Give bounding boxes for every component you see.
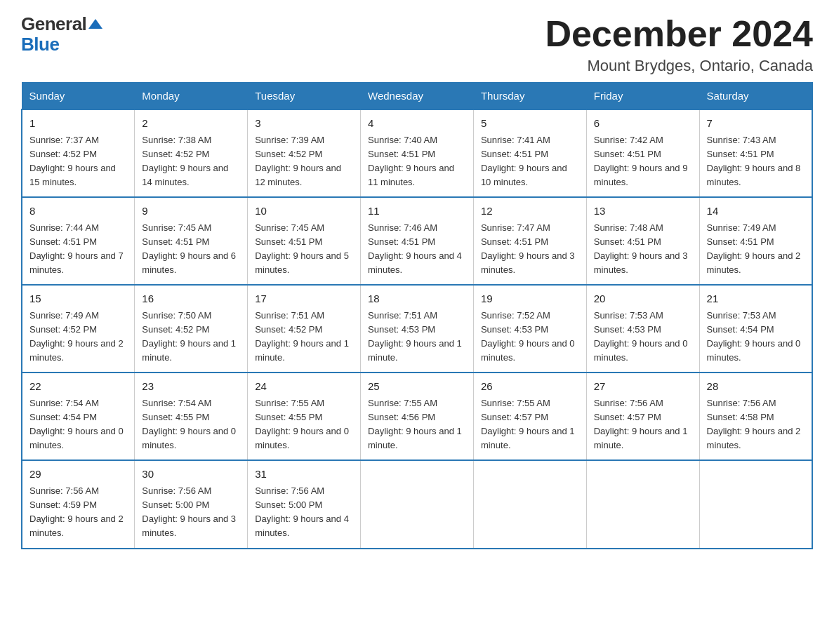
table-row: 13Sunrise: 7:48 AMSunset: 4:51 PMDayligh… xyxy=(586,197,699,285)
day-number: 8 xyxy=(29,203,127,220)
table-row: 28Sunrise: 7:56 AMSunset: 4:58 PMDayligh… xyxy=(699,373,812,460)
table-row: 31Sunrise: 7:56 AMSunset: 5:00 PMDayligh… xyxy=(248,460,361,548)
day-number: 18 xyxy=(368,291,466,307)
table-row: 29Sunrise: 7:56 AMSunset: 4:59 PMDayligh… xyxy=(22,460,135,548)
day-info: Sunrise: 7:50 AMSunset: 4:52 PMDaylight:… xyxy=(142,309,240,365)
table-row: 26Sunrise: 7:55 AMSunset: 4:57 PMDayligh… xyxy=(473,373,586,460)
day-number: 26 xyxy=(481,379,579,395)
table-row: 11Sunrise: 7:46 AMSunset: 4:51 PMDayligh… xyxy=(361,197,474,285)
table-row: 7Sunrise: 7:43 AMSunset: 4:51 PMDaylight… xyxy=(699,109,812,197)
day-number: 24 xyxy=(255,379,353,395)
logo-line2: Blue xyxy=(21,34,59,55)
day-number: 6 xyxy=(594,116,692,132)
day-number: 28 xyxy=(707,379,805,395)
logo: GeneralBlue xyxy=(21,14,102,54)
day-info: Sunrise: 7:37 AMSunset: 4:52 PMDaylight:… xyxy=(29,133,127,190)
day-number: 10 xyxy=(255,203,353,220)
calendar-week-row: 29Sunrise: 7:56 AMSunset: 4:59 PMDayligh… xyxy=(22,460,812,548)
table-row: 24Sunrise: 7:55 AMSunset: 4:55 PMDayligh… xyxy=(248,373,361,460)
day-number: 20 xyxy=(594,291,692,307)
calendar-week-row: 15Sunrise: 7:49 AMSunset: 4:52 PMDayligh… xyxy=(22,285,812,373)
table-row xyxy=(586,460,699,548)
day-number: 29 xyxy=(29,467,127,483)
table-row: 19Sunrise: 7:52 AMSunset: 4:53 PMDayligh… xyxy=(473,285,586,373)
day-number: 21 xyxy=(707,291,805,307)
day-info: Sunrise: 7:38 AMSunset: 4:52 PMDaylight:… xyxy=(142,133,240,190)
day-info: Sunrise: 7:56 AMSunset: 4:58 PMDaylight:… xyxy=(707,396,805,453)
col-saturday: Saturday xyxy=(699,83,812,110)
day-number: 12 xyxy=(481,203,579,220)
table-row: 21Sunrise: 7:53 AMSunset: 4:54 PMDayligh… xyxy=(699,285,812,373)
day-number: 16 xyxy=(142,291,240,307)
logo-line1: General xyxy=(21,14,102,34)
table-row: 15Sunrise: 7:49 AMSunset: 4:52 PMDayligh… xyxy=(22,285,135,373)
day-info: Sunrise: 7:49 AMSunset: 4:51 PMDaylight:… xyxy=(707,221,805,278)
day-number: 4 xyxy=(368,116,466,132)
title-block: December 2024 Mount Brydges, Ontario, Ca… xyxy=(545,14,813,75)
table-row: 22Sunrise: 7:54 AMSunset: 4:54 PMDayligh… xyxy=(22,373,135,460)
day-info: Sunrise: 7:51 AMSunset: 4:52 PMDaylight:… xyxy=(255,309,353,365)
day-info: Sunrise: 7:45 AMSunset: 4:51 PMDaylight:… xyxy=(255,221,353,278)
table-row: 1Sunrise: 7:37 AMSunset: 4:52 PMDaylight… xyxy=(22,109,135,197)
calendar-week-row: 1Sunrise: 7:37 AMSunset: 4:52 PMDaylight… xyxy=(22,109,812,197)
day-info: Sunrise: 7:53 AMSunset: 4:53 PMDaylight:… xyxy=(594,309,692,365)
day-info: Sunrise: 7:44 AMSunset: 4:51 PMDaylight:… xyxy=(29,221,127,278)
table-row: 14Sunrise: 7:49 AMSunset: 4:51 PMDayligh… xyxy=(699,197,812,285)
table-row: 23Sunrise: 7:54 AMSunset: 4:55 PMDayligh… xyxy=(135,373,248,460)
day-number: 11 xyxy=(368,203,466,220)
col-sunday: Sunday xyxy=(22,83,135,110)
calendar-title: December 2024 xyxy=(545,14,813,54)
day-number: 30 xyxy=(142,467,240,483)
day-info: Sunrise: 7:45 AMSunset: 4:51 PMDaylight:… xyxy=(142,221,240,278)
day-info: Sunrise: 7:56 AMSunset: 4:59 PMDaylight:… xyxy=(29,484,127,541)
col-wednesday: Wednesday xyxy=(361,83,474,110)
day-info: Sunrise: 7:56 AMSunset: 5:00 PMDaylight:… xyxy=(255,484,353,541)
calendar-subtitle: Mount Brydges, Ontario, Canada xyxy=(545,57,813,75)
day-number: 22 xyxy=(29,379,127,395)
day-info: Sunrise: 7:47 AMSunset: 4:51 PMDaylight:… xyxy=(481,221,579,278)
day-number: 5 xyxy=(481,116,579,132)
table-row xyxy=(361,460,474,548)
table-row: 3Sunrise: 7:39 AMSunset: 4:52 PMDaylight… xyxy=(248,109,361,197)
day-number: 17 xyxy=(255,291,353,307)
day-info: Sunrise: 7:48 AMSunset: 4:51 PMDaylight:… xyxy=(594,221,692,278)
day-info: Sunrise: 7:40 AMSunset: 4:51 PMDaylight:… xyxy=(368,133,466,190)
table-row: 20Sunrise: 7:53 AMSunset: 4:53 PMDayligh… xyxy=(586,285,699,373)
day-number: 15 xyxy=(29,291,127,307)
calendar-table: Sunday Monday Tuesday Wednesday Thursday… xyxy=(21,82,813,549)
day-info: Sunrise: 7:43 AMSunset: 4:51 PMDaylight:… xyxy=(707,133,805,190)
day-number: 3 xyxy=(255,116,353,132)
col-tuesday: Tuesday xyxy=(248,83,361,110)
day-number: 2 xyxy=(142,116,240,132)
table-row: 17Sunrise: 7:51 AMSunset: 4:52 PMDayligh… xyxy=(248,285,361,373)
day-info: Sunrise: 7:55 AMSunset: 4:55 PMDaylight:… xyxy=(255,396,353,453)
table-row: 18Sunrise: 7:51 AMSunset: 4:53 PMDayligh… xyxy=(361,285,474,373)
calendar-week-row: 22Sunrise: 7:54 AMSunset: 4:54 PMDayligh… xyxy=(22,373,812,460)
table-row: 4Sunrise: 7:40 AMSunset: 4:51 PMDaylight… xyxy=(361,109,474,197)
col-thursday: Thursday xyxy=(473,83,586,110)
day-info: Sunrise: 7:42 AMSunset: 4:51 PMDaylight:… xyxy=(594,133,692,190)
day-number: 27 xyxy=(594,379,692,395)
day-number: 19 xyxy=(481,291,579,307)
table-row: 27Sunrise: 7:56 AMSunset: 4:57 PMDayligh… xyxy=(586,373,699,460)
table-row: 5Sunrise: 7:41 AMSunset: 4:51 PMDaylight… xyxy=(473,109,586,197)
table-row xyxy=(699,460,812,548)
col-monday: Monday xyxy=(135,83,248,110)
table-row: 16Sunrise: 7:50 AMSunset: 4:52 PMDayligh… xyxy=(135,285,248,373)
calendar-header-row: Sunday Monday Tuesday Wednesday Thursday… xyxy=(22,83,812,110)
day-info: Sunrise: 7:55 AMSunset: 4:57 PMDaylight:… xyxy=(481,396,579,453)
col-friday: Friday xyxy=(586,83,699,110)
day-number: 13 xyxy=(594,203,692,220)
day-number: 7 xyxy=(707,116,805,132)
table-row: 10Sunrise: 7:45 AMSunset: 4:51 PMDayligh… xyxy=(248,197,361,285)
day-number: 1 xyxy=(29,116,127,132)
table-row: 25Sunrise: 7:55 AMSunset: 4:56 PMDayligh… xyxy=(361,373,474,460)
table-row: 8Sunrise: 7:44 AMSunset: 4:51 PMDaylight… xyxy=(22,197,135,285)
day-number: 14 xyxy=(707,203,805,220)
day-info: Sunrise: 7:54 AMSunset: 4:55 PMDaylight:… xyxy=(142,396,240,453)
day-info: Sunrise: 7:55 AMSunset: 4:56 PMDaylight:… xyxy=(368,396,466,453)
day-info: Sunrise: 7:46 AMSunset: 4:51 PMDaylight:… xyxy=(368,221,466,278)
day-number: 23 xyxy=(142,379,240,395)
day-info: Sunrise: 7:52 AMSunset: 4:53 PMDaylight:… xyxy=(481,309,579,365)
table-row: 6Sunrise: 7:42 AMSunset: 4:51 PMDaylight… xyxy=(586,109,699,197)
